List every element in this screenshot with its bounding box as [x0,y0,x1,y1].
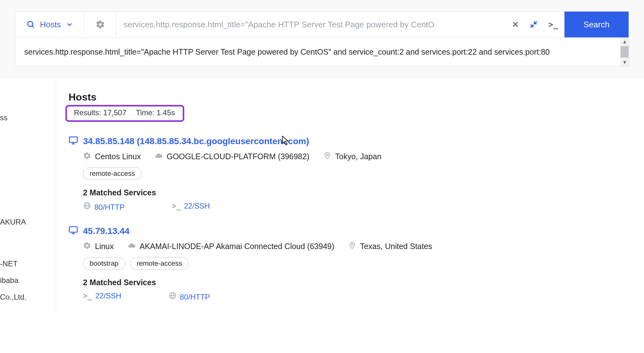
globe-icon [169,293,177,301]
gear-icon [96,20,105,29]
svg-point-7 [326,154,328,155]
dataset-selector-label: Hosts [40,20,61,30]
monitor-icon [69,225,78,237]
service-link[interactable]: >_22/SSH [83,291,121,301]
results-stats-highlight: Results: 17,507 Time: 1.45s [65,105,184,122]
results-count: Results: 17,507 [74,108,126,117]
scroll-thumb[interactable] [620,46,629,57]
result-tags: bootstrapremote-access [69,257,631,270]
result-os: Linux [83,242,114,252]
terminal-icon: >_ [172,202,181,210]
full-query-text: services.http.response.html_title="Apach… [24,47,550,56]
svg-rect-4 [69,137,77,142]
service-link[interactable]: >_22/SSH [172,202,210,212]
monitor-icon [69,136,78,147]
matched-services-header: 2 Matched Services [69,278,631,287]
result-os: Centos Linux [83,152,141,162]
search-result: 45.79.13.44LinuxAKAMAI-LINODE-AP Akamai … [69,225,631,301]
scroll-up-icon[interactable]: ▴ [620,38,629,45]
tag[interactable]: remote-access [130,257,189,270]
terminal-icon: >_ [83,291,92,300]
result-location: Texas, United States [348,242,432,252]
results-panel: Hosts Results: 17,507 Time: 1.45s 34.85.… [56,78,644,314]
cloud-icon [128,242,136,252]
search-input-wrapper: ✕ >_ [116,12,564,37]
results-title: Hosts [69,91,631,103]
search-icon [26,20,36,29]
svg-line-1 [32,26,34,28]
result-location: Tokyo, Japan [323,152,381,162]
search-result: 34.85.85.148 (148.85.85.34.bc.googleuser… [69,136,631,212]
cloud-icon [155,152,163,162]
result-ip-link[interactable]: 34.85.85.148 (148.85.85.34.bc.googleuser… [83,136,309,146]
gear-icon [83,242,91,252]
clear-icon[interactable]: ✕ [512,20,519,29]
sidebar-item[interactable]: ss [0,110,56,126]
main-content: ssAKURA-NETibabaCo.,Ltd. Hosts Results: … [0,78,644,314]
svg-point-0 [28,21,33,26]
result-tags: remote-access [69,167,631,180]
service-link[interactable]: 80/HTTP [169,291,210,301]
sidebar-item[interactable]: ibaba [0,272,56,289]
result-title[interactable]: 45.79.13.44 [69,225,631,237]
service-list: >_22/SSH80/HTTP [69,291,631,301]
pin-icon [348,242,356,252]
search-input-tools: ✕ >_ [512,20,558,29]
scroll-down-icon[interactable]: ▾ [620,59,629,66]
matched-services-header: 2 Matched Services [69,188,631,197]
result-meta-line: LinuxAKAMAI-LINODE-AP Akamai Connected C… [69,242,631,252]
service-link[interactable]: 80/HTTP [83,202,125,212]
sidebar-item[interactable]: AKURA [0,214,56,231]
service-list: 80/HTTP>_22/SSH [69,202,631,212]
chevron-down-icon [65,20,74,29]
collapse-icon[interactable] [530,20,538,29]
search-settings-button[interactable] [85,12,116,37]
search-area: Hosts ✕ >_ Search services.http.re [0,0,644,78]
sidebar-item[interactable]: -NET [0,256,56,272]
full-query-display[interactable]: services.http.response.html_title="Apach… [15,38,629,67]
result-asn: GOOGLE-CLOUD-PLATFORM (396982) [155,152,309,162]
result-asn: AKAMAI-LINODE-AP Akamai Connected Cloud … [128,242,334,252]
search-bar: Hosts ✕ >_ Search [15,11,629,38]
search-button[interactable]: Search [564,12,629,37]
left-sidebar: ssAKURA-NETibabaCo.,Ltd. [0,78,56,314]
globe-icon [83,203,91,211]
gear-icon [83,152,91,162]
result-title[interactable]: 34.85.85.148 (148.85.85.34.bc.googleuser… [69,136,631,147]
sidebar-item[interactable]: Co.,Ltd. [0,289,56,306]
result-ip-link[interactable]: 45.79.13.44 [83,226,130,236]
svg-point-14 [351,244,353,245]
pin-icon [323,152,331,162]
terminal-icon[interactable]: >_ [548,20,558,29]
dataset-selector[interactable]: Hosts [15,12,85,37]
result-meta-line: Centos LinuxGOOGLE-CLOUD-PLATFORM (39698… [69,152,631,162]
svg-rect-11 [69,226,77,232]
tag[interactable]: bootstrap [83,257,125,270]
tag[interactable]: remote-access [83,167,142,180]
search-input[interactable] [116,12,564,37]
results-time: Time: 1.45s [136,108,175,117]
query-scrollbar[interactable]: ▴ ▾ [620,38,629,66]
